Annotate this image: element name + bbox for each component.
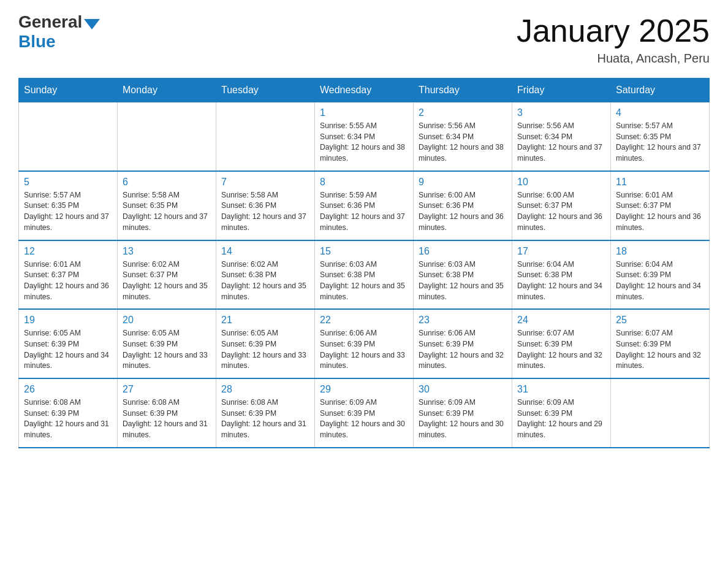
calendar-day-cell [216,102,315,171]
calendar-week-row: 12Sunrise: 6:01 AMSunset: 6:37 PMDayligh… [19,240,710,310]
day-number: 23 [419,315,507,326]
day-info: Sunrise: 6:09 AMSunset: 6:39 PMDaylight:… [517,397,605,441]
day-info: Sunrise: 6:01 AMSunset: 6:37 PMDaylight:… [616,190,704,234]
day-number: 13 [123,246,211,257]
day-info: Sunrise: 6:03 AMSunset: 6:38 PMDaylight:… [320,259,408,303]
day-info: Sunrise: 6:05 AMSunset: 6:39 PMDaylight:… [221,328,309,372]
logo: General Blue [18,12,100,52]
day-number: 7 [221,177,309,188]
calendar-table: SundayMondayTuesdayWednesdayThursdayFrid… [18,78,710,448]
calendar-day-cell: 24Sunrise: 6:07 AMSunset: 6:39 PMDayligh… [512,309,611,378]
day-info: Sunrise: 5:56 AMSunset: 6:34 PMDaylight:… [419,121,507,164]
calendar-day-cell: 4Sunrise: 5:57 AMSunset: 6:35 PMDaylight… [611,102,710,171]
day-info: Sunrise: 5:55 AMSunset: 6:34 PMDaylight:… [320,121,408,164]
calendar-day-cell [611,378,710,448]
logo-triangle-icon [84,19,100,29]
calendar-week-row: 1Sunrise: 5:55 AMSunset: 6:34 PMDaylight… [19,102,710,171]
calendar-body: 1Sunrise: 5:55 AMSunset: 6:34 PMDaylight… [19,102,710,448]
calendar-day-cell: 15Sunrise: 6:03 AMSunset: 6:38 PMDayligh… [315,240,414,310]
calendar-day-cell: 29Sunrise: 6:09 AMSunset: 6:39 PMDayligh… [315,378,414,448]
day-number: 8 [320,177,408,188]
logo-wrapper: General Blue [18,12,100,52]
day-info: Sunrise: 5:58 AMSunset: 6:36 PMDaylight:… [221,190,309,234]
calendar-day-cell: 22Sunrise: 6:06 AMSunset: 6:39 PMDayligh… [315,309,414,378]
day-number: 6 [123,177,211,188]
calendar-day-cell: 13Sunrise: 6:02 AMSunset: 6:37 PMDayligh… [118,240,216,310]
calendar-day-cell: 14Sunrise: 6:02 AMSunset: 6:38 PMDayligh… [216,240,315,310]
calendar-day-cell: 18Sunrise: 6:04 AMSunset: 6:39 PMDayligh… [611,240,710,310]
title-area: January 2025 Huata, Ancash, Peru [517,12,710,66]
day-number: 19 [24,315,112,326]
day-info: Sunrise: 5:56 AMSunset: 6:34 PMDaylight:… [517,121,605,164]
calendar-day-cell: 19Sunrise: 6:05 AMSunset: 6:39 PMDayligh… [19,309,118,378]
calendar-day-cell: 5Sunrise: 5:57 AMSunset: 6:35 PMDaylight… [19,171,118,240]
calendar-day-cell: 23Sunrise: 6:06 AMSunset: 6:39 PMDayligh… [414,309,512,378]
logo-blue-text: Blue [18,32,56,52]
day-info: Sunrise: 6:02 AMSunset: 6:38 PMDaylight:… [221,259,309,303]
month-year-title: January 2025 [517,12,710,49]
calendar-day-cell: 27Sunrise: 6:08 AMSunset: 6:39 PMDayligh… [118,378,216,448]
day-info: Sunrise: 6:09 AMSunset: 6:39 PMDaylight:… [419,397,507,441]
logo-line1: General [18,12,100,32]
calendar-day-cell: 30Sunrise: 6:09 AMSunset: 6:39 PMDayligh… [414,378,512,448]
calendar-day-cell: 21Sunrise: 6:05 AMSunset: 6:39 PMDayligh… [216,309,315,378]
day-of-week-header: Friday [512,79,611,102]
calendar-week-row: 26Sunrise: 6:08 AMSunset: 6:39 PMDayligh… [19,378,710,448]
day-number: 4 [616,107,704,118]
location-subtitle: Huata, Ancash, Peru [517,52,710,66]
calendar-day-cell: 26Sunrise: 6:08 AMSunset: 6:39 PMDayligh… [19,378,118,448]
day-info: Sunrise: 6:08 AMSunset: 6:39 PMDaylight:… [221,397,309,441]
calendar-day-cell: 25Sunrise: 6:07 AMSunset: 6:39 PMDayligh… [611,309,710,378]
day-info: Sunrise: 6:00 AMSunset: 6:36 PMDaylight:… [419,190,507,234]
calendar-day-cell: 11Sunrise: 6:01 AMSunset: 6:37 PMDayligh… [611,171,710,240]
day-number: 30 [419,384,507,395]
calendar-header: SundayMondayTuesdayWednesdayThursdayFrid… [19,79,710,102]
day-number: 2 [419,107,507,118]
calendar-day-cell [118,102,216,171]
calendar-day-cell: 8Sunrise: 5:59 AMSunset: 6:36 PMDaylight… [315,171,414,240]
calendar-day-cell: 12Sunrise: 6:01 AMSunset: 6:37 PMDayligh… [19,240,118,310]
logo-line2: Blue [18,32,100,52]
day-number: 12 [24,246,112,257]
day-info: Sunrise: 6:06 AMSunset: 6:39 PMDaylight:… [419,328,507,372]
day-info: Sunrise: 5:57 AMSunset: 6:35 PMDaylight:… [24,190,112,234]
day-of-week-header: Monday [118,79,216,102]
calendar-day-cell: 31Sunrise: 6:09 AMSunset: 6:39 PMDayligh… [512,378,611,448]
day-info: Sunrise: 6:05 AMSunset: 6:39 PMDaylight:… [24,328,112,372]
calendar-day-cell: 20Sunrise: 6:05 AMSunset: 6:39 PMDayligh… [118,309,216,378]
day-number: 15 [320,246,408,257]
calendar-day-cell [19,102,118,171]
day-info: Sunrise: 6:01 AMSunset: 6:37 PMDaylight:… [24,259,112,303]
days-of-week-row: SundayMondayTuesdayWednesdayThursdayFrid… [19,79,710,102]
day-of-week-header: Thursday [414,79,512,102]
day-number: 3 [517,107,605,118]
day-number: 16 [419,246,507,257]
day-info: Sunrise: 5:57 AMSunset: 6:35 PMDaylight:… [616,121,704,164]
day-info: Sunrise: 6:04 AMSunset: 6:38 PMDaylight:… [517,259,605,303]
day-number: 22 [320,315,408,326]
day-number: 14 [221,246,309,257]
calendar-day-cell: 2Sunrise: 5:56 AMSunset: 6:34 PMDaylight… [414,102,512,171]
day-info: Sunrise: 6:08 AMSunset: 6:39 PMDaylight:… [24,397,112,441]
calendar-week-row: 5Sunrise: 5:57 AMSunset: 6:35 PMDaylight… [19,171,710,240]
day-info: Sunrise: 6:07 AMSunset: 6:39 PMDaylight:… [616,328,704,372]
calendar-day-cell: 28Sunrise: 6:08 AMSunset: 6:39 PMDayligh… [216,378,315,448]
day-number: 24 [517,315,605,326]
calendar-day-cell: 3Sunrise: 5:56 AMSunset: 6:34 PMDaylight… [512,102,611,171]
calendar-week-row: 19Sunrise: 6:05 AMSunset: 6:39 PMDayligh… [19,309,710,378]
day-number: 10 [517,177,605,188]
day-info: Sunrise: 6:00 AMSunset: 6:37 PMDaylight:… [517,190,605,234]
day-number: 25 [616,315,704,326]
day-info: Sunrise: 6:03 AMSunset: 6:38 PMDaylight:… [419,259,507,303]
day-of-week-header: Sunday [19,79,118,102]
day-number: 26 [24,384,112,395]
calendar-day-cell: 10Sunrise: 6:00 AMSunset: 6:37 PMDayligh… [512,171,611,240]
day-info: Sunrise: 6:08 AMSunset: 6:39 PMDaylight:… [123,397,211,441]
day-info: Sunrise: 6:05 AMSunset: 6:39 PMDaylight:… [123,328,211,372]
day-number: 27 [123,384,211,395]
day-number: 28 [221,384,309,395]
day-of-week-header: Tuesday [216,79,315,102]
day-number: 5 [24,177,112,188]
day-number: 21 [221,315,309,326]
day-info: Sunrise: 6:09 AMSunset: 6:39 PMDaylight:… [320,397,408,441]
